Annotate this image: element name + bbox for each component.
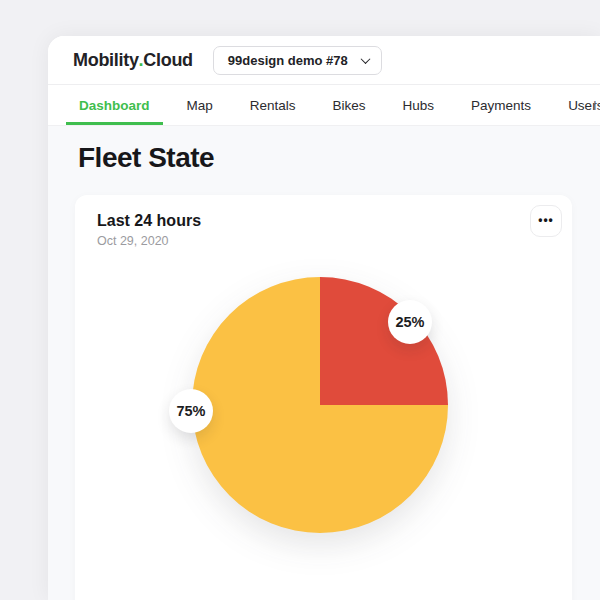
screen: Mobility.Cloud 99design demo #78 Dashboa… [0,0,600,600]
tab-hubs[interactable]: Hubs [390,85,448,125]
pie-label-25-text: 25% [395,314,424,330]
card-menu-button[interactable]: ••• [530,205,562,237]
tab-payments[interactable]: Payments [458,85,544,125]
page-title: Fleet State [78,142,214,174]
tab-map[interactable]: Map [174,85,226,125]
red-segment[interactable] [320,277,448,405]
workspace-selector[interactable]: 99design demo #78 [213,46,382,75]
app-panel: Mobility.Cloud 99design demo #78 Dashboa… [48,36,600,600]
app-logo[interactable]: Mobility.Cloud [73,50,193,71]
tab-rentals[interactable]: Rentals [237,85,309,125]
fleet-state-card: Last 24 hours Oct 29, 2020 ••• 25% 75% [75,195,572,600]
tab-dashboard[interactable]: Dashboard [66,85,163,125]
main-nav: Dashboard Map Rentals Bikes Hubs Payment… [48,85,600,126]
pie-label-badge-25: 25% [388,300,432,344]
card-title: Last 24 hours [97,212,201,230]
workspace-selector-value: 99design demo #78 [228,53,348,68]
pie-label-badge-75: 75% [169,389,213,433]
logo-part-1: Mobility [73,50,139,70]
ellipsis-icon: ••• [538,214,554,226]
chevron-down-icon [360,54,370,64]
tab-bikes[interactable]: Bikes [320,85,379,125]
logo-part-2: Cloud [143,50,193,70]
card-date: Oct 29, 2020 [97,234,169,248]
content-area: Fleet State Last 24 hours Oct 29, 2020 •… [48,126,600,600]
tab-partial-clipped[interactable]: I [593,85,597,125]
app-header: Mobility.Cloud 99design demo #78 [48,36,600,85]
pie-label-75-text: 75% [176,403,205,419]
